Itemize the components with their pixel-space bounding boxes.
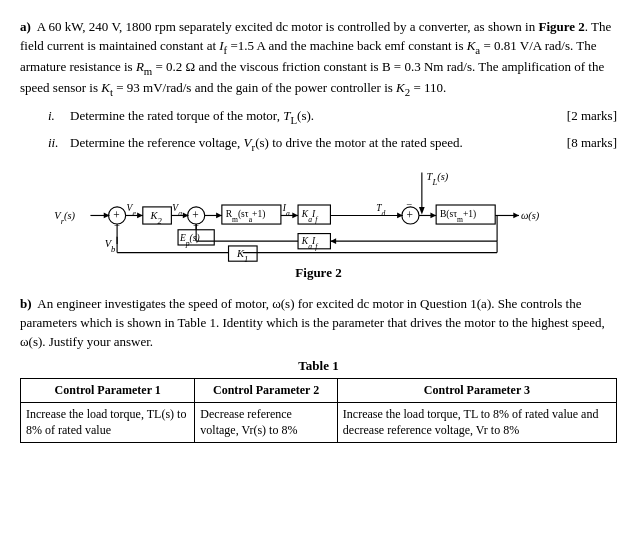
svg-marker-42 [430, 213, 436, 219]
sub-item-ii-text: Determine the reference voltage, Vr(s) t… [70, 134, 557, 155]
svg-text:B(sτm+1): B(sτm+1) [439, 210, 475, 225]
section-b: b) An engineer investigates the speed of… [20, 295, 617, 443]
section-b-label: b) [20, 296, 32, 311]
sub-item-ii-marks: [8 marks] [557, 134, 617, 155]
sub-item-i: i. Determine the rated torque of the mot… [48, 107, 617, 128]
table-cell-1-3: Increase the load torque, TL to 8% of ra… [337, 402, 616, 443]
svg-text:Vb: Vb [104, 238, 115, 254]
svg-marker-52 [330, 239, 336, 245]
table-title: Table 1 [20, 358, 617, 374]
col-header-2: Control Parameter 2 [195, 378, 337, 402]
sub-item-i-text: Determine the rated torque of the motor,… [70, 107, 557, 128]
col-header-3: Control Parameter 3 [337, 378, 616, 402]
svg-text:KaIf: KaIf [300, 210, 317, 225]
svg-marker-46 [513, 213, 519, 219]
sub-item-ii: ii. Determine the reference voltage, Vr(… [48, 134, 617, 155]
table-cell-1-2: Decrease reference voltage, Vr(s) to 8% [195, 402, 337, 443]
table-cell-1-1: Increase the load torque, TL(s) to 8% of… [21, 402, 195, 443]
sub-items: i. Determine the rated torque of the mot… [48, 107, 617, 156]
section-a-label: a) [20, 19, 31, 34]
sub-item-i-label: i. [48, 107, 70, 128]
svg-marker-31 [292, 213, 298, 219]
param-table: Control Parameter 1 Control Parameter 2 … [20, 378, 617, 443]
svg-text:ω(s): ω(s) [520, 211, 539, 223]
section-a: a) A 60 kW, 240 V, 1800 rpm separately e… [20, 18, 617, 155]
block-diagram-svg: TL(s) Vr(s) + − Vb Ve K2 Va + − E [39, 165, 599, 265]
svg-marker-1 [419, 207, 425, 215]
svg-marker-27 [216, 213, 222, 219]
section-a-para: a) A 60 kW, 240 V, 1800 rpm separately e… [20, 18, 617, 101]
table-row: Increase the load torque, TL(s) to 8% of… [21, 402, 617, 443]
figure-container: TL(s) Vr(s) + − Vb Ve K2 Va + − E [20, 165, 617, 289]
svg-text:Vr(s): Vr(s) [54, 211, 75, 227]
sub-item-i-marks: [2 marks] [557, 107, 617, 128]
svg-text:TL(s): TL(s) [426, 171, 448, 187]
svg-marker-13 [137, 213, 143, 219]
sub-item-ii-label: ii. [48, 134, 70, 155]
svg-text:K1: K1 [236, 249, 248, 265]
table-header-row: Control Parameter 1 Control Parameter 2 … [21, 378, 617, 402]
figure-label: Figure 2 [295, 265, 341, 281]
section-b-para: b) An engineer investigates the speed of… [20, 295, 617, 352]
col-header-1: Control Parameter 1 [21, 378, 195, 402]
svg-text:+: + [406, 210, 412, 222]
svg-text:−: − [406, 199, 412, 210]
svg-text:Rm(sτa+1): Rm(sτa+1) [225, 210, 265, 225]
